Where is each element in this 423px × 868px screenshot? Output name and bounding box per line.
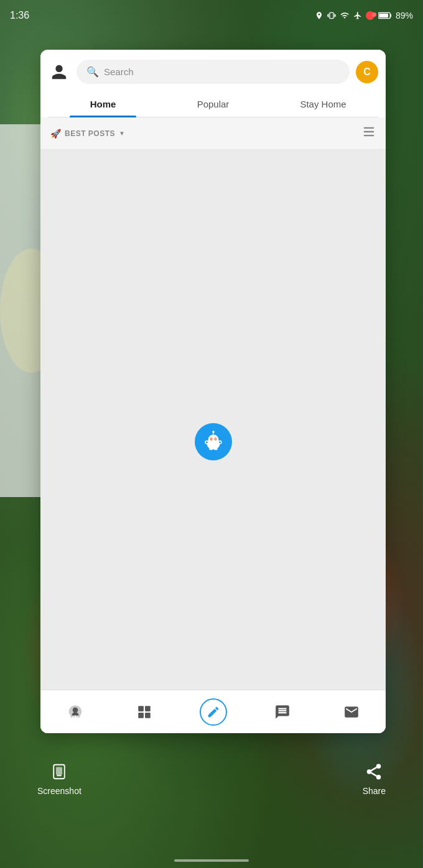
svg-point-11 xyxy=(208,434,218,444)
share-button[interactable]: Share xyxy=(363,762,386,796)
search-bar[interactable]: 🔍 Search xyxy=(77,60,350,84)
loading-spinner xyxy=(195,423,232,460)
content-area xyxy=(40,150,386,733)
share-icon xyxy=(365,762,383,781)
screenshot-label: Screenshot xyxy=(37,786,81,796)
svg-rect-4 xyxy=(364,131,374,132)
status-icons: 89% xyxy=(315,11,413,21)
svg-point-29 xyxy=(376,764,381,769)
svg-point-31 xyxy=(376,775,381,780)
list-view-button[interactable] xyxy=(362,125,376,142)
profile-icon xyxy=(50,63,68,81)
nav-communities[interactable] xyxy=(129,697,160,728)
svg-rect-23 xyxy=(145,706,151,711)
search-icon: 🔍 xyxy=(86,66,99,78)
status-time: 1:36 xyxy=(10,10,29,21)
svg-point-13 xyxy=(212,431,215,433)
filter-bar: 🚀 BEST POSTS ▼ xyxy=(40,117,386,150)
chat-nav-icon xyxy=(274,704,291,720)
record-icon xyxy=(366,11,374,20)
vibrate-icon xyxy=(327,11,336,20)
filter-label: BEST POSTS xyxy=(65,129,115,138)
app-card: 🔍 Search C Home Popular Stay Home xyxy=(40,50,386,733)
share-label: Share xyxy=(363,786,386,796)
inbox-nav-icon xyxy=(343,704,360,720)
dropdown-arrow-icon: ▼ xyxy=(119,130,125,137)
svg-point-21 xyxy=(72,707,78,713)
rocket-icon: 🚀 xyxy=(50,129,61,139)
battery-percent: 89% xyxy=(396,11,413,21)
svg-line-33 xyxy=(371,767,377,770)
svg-point-9 xyxy=(205,441,207,443)
tab-popular[interactable]: Popular xyxy=(158,91,268,117)
screenshot-button[interactable]: Screenshot xyxy=(37,762,81,796)
status-bar: 1:36 89% xyxy=(0,0,423,31)
nav-create[interactable] xyxy=(198,697,229,728)
svg-rect-5 xyxy=(364,135,374,136)
tab-home[interactable]: Home xyxy=(48,91,158,117)
svg-rect-22 xyxy=(138,706,144,711)
coin-button[interactable]: C xyxy=(356,61,378,83)
tab-stay-home[interactable]: Stay Home xyxy=(268,91,378,117)
wifi-icon xyxy=(340,11,350,20)
svg-rect-24 xyxy=(138,713,144,718)
svg-point-16 xyxy=(210,438,212,439)
bottom-nav xyxy=(40,690,386,733)
communities-nav-icon xyxy=(136,704,152,720)
nav-chat[interactable] xyxy=(267,697,298,728)
svg-point-19 xyxy=(209,447,213,450)
battery-icon xyxy=(378,11,392,20)
search-row: 🔍 Search C xyxy=(48,60,378,84)
svg-point-10 xyxy=(219,441,221,443)
filter-sort-button[interactable]: 🚀 BEST POSTS ▼ xyxy=(50,129,125,139)
nav-inbox[interactable] xyxy=(336,697,367,728)
svg-rect-2 xyxy=(379,14,388,17)
svg-rect-3 xyxy=(364,127,374,129)
screenshot-icon xyxy=(50,762,68,781)
svg-point-30 xyxy=(367,769,372,774)
svg-rect-25 xyxy=(145,713,151,718)
tabs-row: Home Popular Stay Home xyxy=(48,91,378,117)
svg-point-20 xyxy=(213,447,217,450)
svg-rect-27 xyxy=(56,767,62,775)
svg-point-17 xyxy=(215,438,216,439)
profile-button[interactable] xyxy=(48,61,70,83)
location-icon xyxy=(315,11,323,20)
svg-line-32 xyxy=(371,773,377,776)
left-panel-hint xyxy=(0,124,40,497)
airplane-icon xyxy=(353,11,362,20)
system-bottom-bar: Screenshot Share xyxy=(0,744,423,868)
create-nav-circle xyxy=(200,698,227,726)
home-nav-icon xyxy=(67,704,83,720)
search-placeholder: Search xyxy=(104,66,134,77)
nav-home[interactable] xyxy=(60,697,91,728)
snoo-logo xyxy=(202,430,225,454)
create-nav-icon xyxy=(207,705,220,719)
list-icon xyxy=(362,125,376,139)
svg-rect-1 xyxy=(390,14,391,17)
coin-label: C xyxy=(363,66,371,78)
gesture-bar xyxy=(174,859,249,862)
app-header: 🔍 Search C Home Popular Stay Home xyxy=(40,50,386,117)
